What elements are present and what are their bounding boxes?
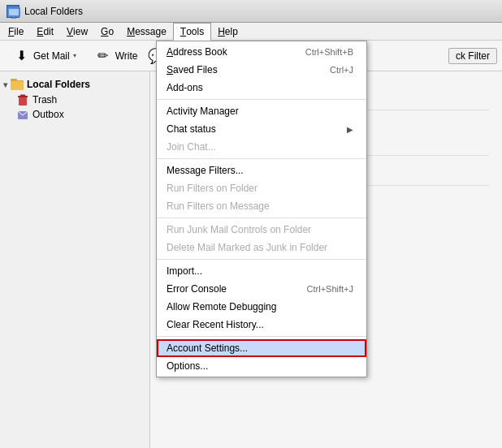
run-filters-folder-label: Run Filters on Folder: [167, 183, 257, 194]
menu-import[interactable]: Import...: [157, 262, 366, 280]
menu-remote-debugging[interactable]: Allow Remote Debugging: [157, 298, 366, 316]
svg-rect-2: [13, 16, 15, 18]
menu-clear-history[interactable]: Clear Recent History...: [157, 316, 366, 334]
menu-run-junk: Run Junk Mail Controls on Folder: [157, 221, 366, 239]
activity-manager-label: Activity Manager: [167, 106, 239, 117]
menu-options[interactable]: Options...: [157, 357, 366, 375]
error-console-label: Error Console: [167, 283, 227, 295]
outbox-icon: [16, 108, 29, 121]
svg-rect-8: [18, 96, 28, 97]
menu-edit[interactable]: Edit: [30, 23, 60, 41]
svg-rect-7: [19, 97, 27, 106]
menu-saved-files[interactable]: Saved Files Ctrl+J: [157, 61, 366, 79]
address-book-label: Address Book: [167, 46, 227, 58]
account-settings-label: Account Settings...: [167, 342, 248, 354]
get-mail-arrow: ▾: [73, 52, 76, 59]
menu-message[interactable]: Message: [120, 23, 173, 41]
saved-files-label: Saved Files: [167, 64, 218, 75]
separator-5: [157, 336, 366, 337]
sidebar-local-folders-label: Local Folders: [27, 79, 90, 90]
menu-add-ons[interactable]: Add-ons: [157, 79, 366, 97]
separator-4: [157, 259, 366, 260]
menu-address-book[interactable]: Address Book Ctrl+Shift+B: [157, 43, 366, 61]
menu-account-settings[interactable]: Account Settings...: [157, 339, 366, 357]
sidebar-header-local-folders[interactable]: ▾ Local Folders: [0, 76, 149, 93]
trash-icon: [16, 93, 29, 106]
options-label: Options...: [167, 360, 208, 372]
run-junk-label: Run Junk Mail Controls on Folder: [167, 224, 311, 235]
error-console-shortcut: Ctrl+Shift+J: [307, 284, 353, 294]
menu-go[interactable]: Go: [94, 23, 120, 41]
menu-join-chat: Join Chat...: [157, 138, 366, 156]
quick-filter-button[interactable]: ck Filter: [448, 48, 497, 64]
expand-icon: ▾: [3, 80, 7, 89]
sidebar: ▾ Local Folders: [0, 71, 150, 448]
title-bar: Local Folders: [0, 0, 502, 23]
menu-run-filters-folder: Run Filters on Folder: [157, 179, 366, 197]
separator-1: [157, 99, 366, 100]
get-mail-button[interactable]: ⬇ Get Mail ▾: [5, 44, 84, 68]
title-bar-text: Local Folders: [24, 6, 83, 17]
sidebar-section-local-folders: ▾ Local Folders: [0, 75, 149, 123]
menu-delete-junk: Delete Mail Marked as Junk in Folder: [157, 239, 366, 256]
menu-tools[interactable]: Tools: [173, 23, 211, 41]
menu-file[interactable]: File: [2, 23, 30, 41]
add-ons-label: Add-ons: [167, 82, 203, 93]
separator-3: [157, 218, 366, 218]
menu-run-filters-message: Run Filters on Message: [157, 197, 366, 215]
sidebar-item-trash[interactable]: Trash: [0, 93, 149, 107]
import-label: Import...: [167, 265, 202, 277]
sidebar-item-outbox[interactable]: Outbox: [0, 107, 149, 122]
svg-rect-6: [11, 81, 24, 90]
get-mail-icon: ⬇: [12, 47, 30, 65]
app-icon: [6, 5, 19, 18]
clear-history-label: Clear Recent History...: [167, 319, 264, 330]
address-book-shortcut: Ctrl+Shift+B: [305, 47, 353, 57]
join-chat-label: Join Chat...: [167, 141, 216, 153]
run-filters-message-label: Run Filters on Message: [167, 200, 270, 212]
get-mail-label: Get Mail: [33, 50, 70, 62]
chat-status-arrow: ▶: [347, 125, 353, 134]
quick-filter-label: ck Filter: [456, 50, 490, 62]
local-folders-icon: [11, 78, 24, 91]
menu-help[interactable]: Help: [211, 23, 245, 41]
chat-status-label: Chat status: [167, 123, 216, 135]
tools-dropdown-menu: Address Book Ctrl+Shift+B Saved Files Ct…: [156, 41, 367, 377]
trash-label: Trash: [32, 94, 57, 106]
svg-rect-9: [20, 95, 25, 97]
message-filters-label: Message Filters...: [167, 165, 244, 176]
menu-error-console[interactable]: Error Console Ctrl+Shift+J: [157, 280, 366, 298]
menu-bar: File Edit View Go Message Tools Help: [0, 23, 502, 41]
menu-activity-manager[interactable]: Activity Manager: [157, 102, 366, 120]
svg-rect-5: [11, 79, 17, 81]
write-button[interactable]: ✏ Write: [87, 44, 145, 68]
write-label: Write: [115, 50, 138, 62]
outbox-label: Outbox: [32, 109, 64, 120]
separator-2: [157, 158, 366, 159]
delete-junk-label: Delete Mail Marked as Junk in Folder: [167, 242, 327, 253]
saved-files-shortcut: Ctrl+J: [330, 65, 353, 75]
remote-debugging-label: Allow Remote Debugging: [167, 301, 276, 312]
write-icon: ✏: [94, 47, 112, 65]
menu-chat-status[interactable]: Chat status ▶: [157, 120, 366, 138]
menu-message-filters[interactable]: Message Filters...: [157, 162, 366, 179]
svg-rect-1: [9, 9, 19, 15]
svg-rect-3: [11, 18, 16, 19]
menu-view[interactable]: View: [60, 23, 94, 41]
